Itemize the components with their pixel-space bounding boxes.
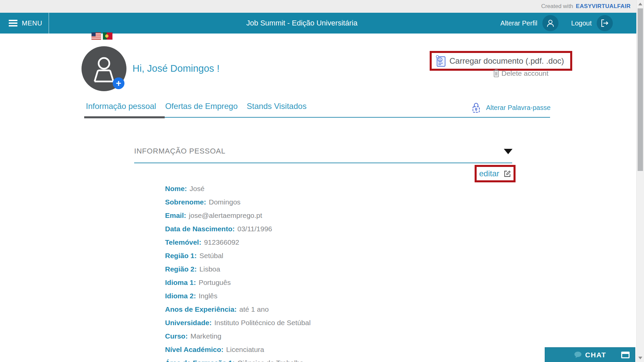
header-actions: Alterar Perfil Logout: [500, 13, 613, 34]
field-row: Telemóvel:912366092: [165, 236, 311, 249]
easyvirtualfair-brand[interactable]: EASYVIRTUALFAIR: [576, 3, 631, 10]
section-divider: [134, 163, 512, 163]
field-value: José: [190, 185, 204, 193]
field-label: Universidade:: [165, 319, 212, 327]
menu-button[interactable]: MENU: [0, 13, 49, 34]
page-title: Job Summit - Edição Universitária: [221, 13, 382, 34]
field-row: Região 2:Lisboa: [165, 262, 311, 276]
us-flag-icon[interactable]: [92, 33, 101, 40]
field-label: Idioma 2:: [165, 292, 196, 300]
field-value: jose@alertaemprego.pt: [189, 212, 262, 220]
field-row: Data de Nascimento:03/11/1996: [165, 222, 311, 236]
alter-profile-button[interactable]: Alterar Perfil: [500, 15, 558, 31]
change-password-button[interactable]: Alterar Palavra-passe: [472, 102, 550, 114]
top-strip: Created with EASYVIRTUALFAIR: [0, 0, 644, 13]
header-bar: MENU Job Summit - Edição Universitária A…: [0, 13, 644, 34]
field-value: Ciências do Trabalho: [237, 359, 304, 362]
scroll-down-arrow-icon[interactable]: [638, 357, 642, 359]
field-value: Setúbal: [200, 252, 223, 260]
edit-button[interactable]: editar: [475, 165, 516, 182]
personal-info-list: Nome:José Sobrenome:Domingos Email:jose@…: [165, 182, 311, 362]
alter-profile-label: Alterar Perfil: [500, 19, 537, 27]
field-value: Instituto Politécnico de Setúbal: [214, 319, 311, 327]
tab-stands-visitados[interactable]: Stands Visitados: [247, 102, 307, 111]
tab-informacao-pessoal[interactable]: Informação pessoal: [86, 102, 156, 111]
field-row: Curso:Marketing: [165, 329, 311, 343]
profile-icon: [542, 15, 558, 31]
field-label: Nome:: [165, 185, 187, 193]
section-title: INFORMAÇÃO PESSOAL: [134, 147, 225, 156]
field-row: Sobrenome:Domingos: [165, 195, 311, 209]
chat-bar[interactable]: CHAT: [545, 347, 635, 362]
edit-pencil-icon: [503, 170, 511, 178]
field-value: Português: [199, 279, 231, 287]
collapse-caret-icon[interactable]: [504, 149, 513, 154]
tabs-divider-line: [165, 117, 550, 118]
lock-icon: [472, 102, 481, 114]
upload-document-button[interactable]: Carregar documento (.pdf. .doc): [430, 51, 572, 71]
logout-icon: [597, 15, 613, 31]
logout-button[interactable]: Logout: [571, 15, 613, 31]
field-row: Área de Formação 1:Ciências do Trabalho: [165, 356, 311, 362]
field-value: Licenciatura: [226, 346, 264, 354]
add-avatar-button[interactable]: +: [113, 77, 124, 89]
field-value: Marketing: [191, 332, 221, 340]
field-value: Inglês: [199, 292, 217, 300]
field-label: Região 1:: [165, 252, 197, 260]
edit-label: editar: [479, 169, 499, 178]
field-value: Lisboa: [200, 265, 220, 273]
field-label: Anos de Experiência:: [165, 305, 237, 313]
field-label: Sobrenome:: [165, 198, 206, 206]
cv-document-icon: [435, 55, 446, 67]
profile-tabs: Informação pessoal Ofertas de Emprego St…: [86, 102, 316, 111]
delete-account-label: Delete account: [501, 69, 548, 77]
field-label: Nível Académico:: [165, 346, 223, 354]
field-row: Email:jose@alertaemprego.pt: [165, 209, 311, 222]
chat-bubble-icon: [574, 351, 582, 358]
created-with-text: Created with: [541, 3, 573, 10]
field-row: Idioma 2:Inglês: [165, 289, 311, 303]
created-with-row: Created with EASYVIRTUALFAIR: [541, 0, 631, 13]
field-value: Domingos: [209, 198, 241, 206]
active-tab-underline: [84, 116, 165, 118]
chat-popout-icon[interactable]: [621, 352, 630, 358]
field-row: Anos de Experiência:até 1 ano: [165, 303, 311, 316]
delete-account-button[interactable]: Delete account: [493, 69, 548, 77]
trash-icon: [493, 69, 500, 77]
field-label: Telemóvel:: [165, 238, 201, 246]
scroll-up-arrow-icon[interactable]: [638, 3, 642, 5]
tab-ofertas-de-emprego[interactable]: Ofertas de Emprego: [165, 102, 237, 111]
field-row: Nome:José: [165, 182, 311, 195]
field-row: Idioma 1:Português: [165, 276, 311, 289]
field-label: Idioma 1:: [165, 279, 196, 287]
field-value: até 1 ano: [239, 305, 269, 313]
hamburger-icon: [9, 20, 17, 26]
field-label: Email:: [165, 212, 186, 220]
upload-document-label: Carregar documento (.pdf. .doc): [449, 56, 564, 66]
field-label: Data de Nascimento:: [165, 225, 235, 233]
chat-label: CHAT: [585, 351, 606, 359]
change-password-label: Alterar Palavra-passe: [486, 104, 550, 112]
field-label: Região 2:: [165, 265, 197, 273]
field-row: Nível Académico:Licenciatura: [165, 343, 311, 356]
scrollbar[interactable]: [636, 0, 644, 362]
field-value: 912366092: [204, 238, 239, 246]
logout-label: Logout: [571, 19, 592, 27]
menu-label: MENU: [22, 19, 42, 27]
field-row: Universidade:Instituto Politécnico de Se…: [165, 316, 311, 329]
field-label: Área de Formação 1:: [165, 359, 235, 362]
field-value: 03/11/1996: [237, 225, 272, 233]
scrollbar-thumb[interactable]: [638, 8, 643, 171]
greeting-text: Hi, José Domingos !: [132, 63, 220, 74]
language-switcher: [92, 33, 112, 40]
field-row: Região 1:Setúbal: [165, 249, 311, 262]
field-label: Curso:: [165, 332, 188, 340]
pt-flag-icon[interactable]: [103, 33, 112, 40]
